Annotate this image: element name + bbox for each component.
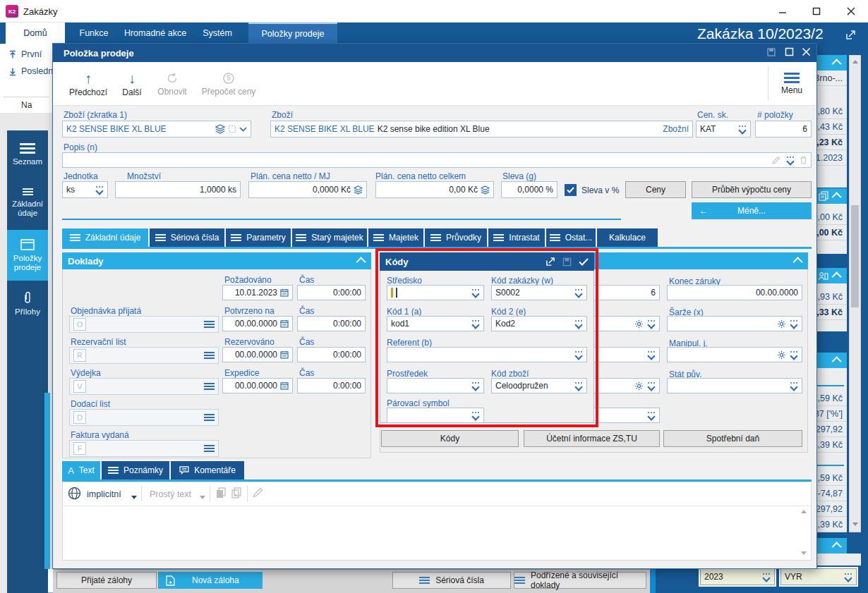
format-select[interactable]: Prostý text: [150, 489, 191, 499]
tab-text[interactable]: A Text: [62, 461, 100, 479]
tab-poznamky[interactable]: Poznámky: [102, 461, 169, 479]
list-menu-icon[interactable]: [204, 445, 215, 453]
collapse-icon[interactable]: [793, 257, 803, 267]
collapse-icon[interactable]: [832, 271, 842, 281]
sleva-field[interactable]: 0,0000 %: [501, 181, 557, 198]
cenamj-field[interactable]: 0,0000 Kč: [248, 181, 367, 198]
scroll-down-icon[interactable]: [852, 522, 858, 526]
spotrebni-dan-button[interactable]: Spotřební daň: [663, 430, 802, 447]
goods-stack-icon[interactable]: [354, 185, 363, 195]
pencil-icon[interactable]: [772, 156, 780, 164]
chevron-down-icon[interactable]: [574, 381, 583, 391]
censk-field[interactable]: KAT: [696, 121, 751, 137]
mnozstvi-field[interactable]: 1,0000 ks: [115, 181, 241, 198]
chevron-down-icon[interactable]: [131, 496, 137, 499]
objednavka-field[interactable]: O: [69, 316, 219, 333]
collapse-icon[interactable]: [356, 257, 366, 267]
kody-button[interactable]: Kódy: [381, 430, 519, 447]
chevron-down-icon[interactable]: [239, 127, 247, 132]
tab-ostatni[interactable]: Ostat...: [546, 228, 596, 247]
kod1-field[interactable]: kod1: [387, 316, 484, 331]
chevron-down-icon[interactable]: [646, 381, 656, 391]
faktura-field[interactable]: F: [69, 440, 219, 457]
list-menu-icon[interactable]: [204, 383, 215, 391]
stat-puv-field[interactable]: [667, 378, 802, 393]
gear-icon[interactable]: [634, 319, 644, 329]
chevron-down-icon[interactable]: [785, 156, 795, 165]
kod-zakazky-field[interactable]: S0002: [491, 285, 587, 300]
list-menu-icon[interactable]: [204, 352, 215, 360]
dodaci-field[interactable]: D: [69, 409, 219, 426]
chevron-down-icon[interactable]: [574, 319, 583, 329]
sleva-v-proc-checkbox[interactable]: [565, 184, 577, 196]
zbozi-field[interactable]: K2 SENSE BIKE XL BLUE K2 sense bike edit…: [270, 121, 693, 137]
chevron-down-icon[interactable]: [789, 381, 798, 391]
chevron-down-icon[interactable]: [471, 288, 480, 298]
save-icon[interactable]: [562, 257, 572, 267]
scroll-up-icon[interactable]: [852, 60, 858, 63]
link-box-icon[interactable]: [228, 125, 236, 133]
prijate-zalohy-button[interactable]: Přijaté zálohy: [56, 572, 157, 589]
mene-button[interactable]: ← Méně...: [692, 202, 812, 219]
ucetni-informace-button[interactable]: Účetní informace ZS,TU: [524, 430, 660, 447]
chevron-down-icon[interactable]: [574, 288, 583, 298]
calendar-icon[interactable]: [280, 350, 289, 359]
dialog-pin-icon[interactable]: [766, 47, 776, 57]
doklady-panel-header[interactable]: Doklady: [62, 252, 371, 269]
trash-icon[interactable]: [800, 156, 807, 164]
pozadovano-field[interactable]: 10.01.2023: [222, 285, 293, 300]
chevron-down-icon[interactable]: [646, 411, 656, 420]
year-select[interactable]: 2023: [700, 568, 775, 585]
paste-icon[interactable]: [231, 487, 242, 499]
rezervovano-field[interactable]: 00.00.0000: [222, 347, 293, 362]
prubeh-vypoctu-ceny-button[interactable]: Průběh výpočtu ceny: [692, 181, 812, 198]
edit-pencil-icon[interactable]: [253, 487, 263, 498]
rezervacni-field[interactable]: R: [69, 347, 219, 364]
chevron-down-icon[interactable]: [646, 350, 656, 360]
text-area[interactable]: [63, 506, 811, 560]
tab-zakladni-udaje[interactable]: Základní údaje: [62, 228, 148, 247]
menu-button[interactable]: Menu: [772, 65, 812, 103]
potvrzeno-field[interactable]: 00.00.0000: [222, 316, 293, 331]
ribbon-tab-hromadne-akce[interactable]: Hromadné akce: [119, 23, 192, 44]
scroll-down-icon[interactable]: [801, 551, 807, 555]
book-select[interactable]: VYR: [780, 568, 857, 585]
scroll-up-icon[interactable]: [801, 510, 807, 513]
cas-field[interactable]: 0:00:00: [297, 285, 366, 300]
previous-button[interactable]: ↑ Předchozí: [65, 65, 111, 103]
tab-kalkulace[interactable]: Kalkulace: [597, 228, 658, 247]
nova-zaloha-button[interactable]: Nová záloha: [158, 572, 263, 589]
manipul-field[interactable]: [667, 347, 802, 362]
zkratka-field[interactable]: K2 SENSE BIKE XL BLUE: [62, 121, 251, 137]
sidebar-item-polozky-prodeje[interactable]: Položkyprodeje: [7, 230, 48, 281]
tab-pruvodky[interactable]: Průvodky: [425, 228, 487, 247]
tab-komentare[interactable]: Komentáře: [171, 461, 244, 479]
cenacelkem-field[interactable]: 0,00 Kč: [375, 181, 494, 198]
jednotka-field[interactable]: ks: [62, 181, 108, 198]
copy-icon[interactable]: [216, 487, 227, 499]
minimize-button[interactable]: [766, 0, 800, 23]
tab-majetek[interactable]: Majetek: [368, 228, 423, 247]
chevron-down-icon[interactable]: [574, 350, 583, 360]
podrizene-doklady-button[interactable]: Podřízené a související doklady: [514, 572, 646, 589]
dialog-maximize-button[interactable]: [785, 47, 794, 56]
seriova-cisla-button[interactable]: Sériová čísla: [392, 572, 511, 589]
chevron-down-icon[interactable]: [737, 125, 747, 134]
expedice-field[interactable]: 00.00.0000: [222, 378, 293, 393]
chevron-down-icon[interactable]: [843, 573, 852, 582]
chevron-down-icon[interactable]: [761, 573, 771, 582]
popis-field[interactable]: [62, 152, 812, 168]
scrollbar-thumb[interactable]: [851, 205, 859, 307]
dialog-close-button[interactable]: [802, 47, 811, 56]
calendar-icon[interactable]: [280, 288, 289, 297]
tab-parametry[interactable]: Parametry: [226, 228, 291, 247]
chevron-down-icon[interactable]: [200, 496, 205, 499]
tab-seriova-cisla[interactable]: Sériová čísla: [150, 228, 224, 247]
sarze-field[interactable]: [667, 316, 802, 331]
sidebar-item-prilohy[interactable]: Přílohy: [7, 282, 48, 326]
chevron-down-icon[interactable]: [95, 185, 104, 195]
collapse-icon[interactable]: [832, 192, 842, 202]
calendar-icon[interactable]: [280, 319, 289, 328]
cas-field[interactable]: 0:00:00: [297, 347, 366, 362]
open-in-window-icon[interactable]: [545, 257, 555, 267]
